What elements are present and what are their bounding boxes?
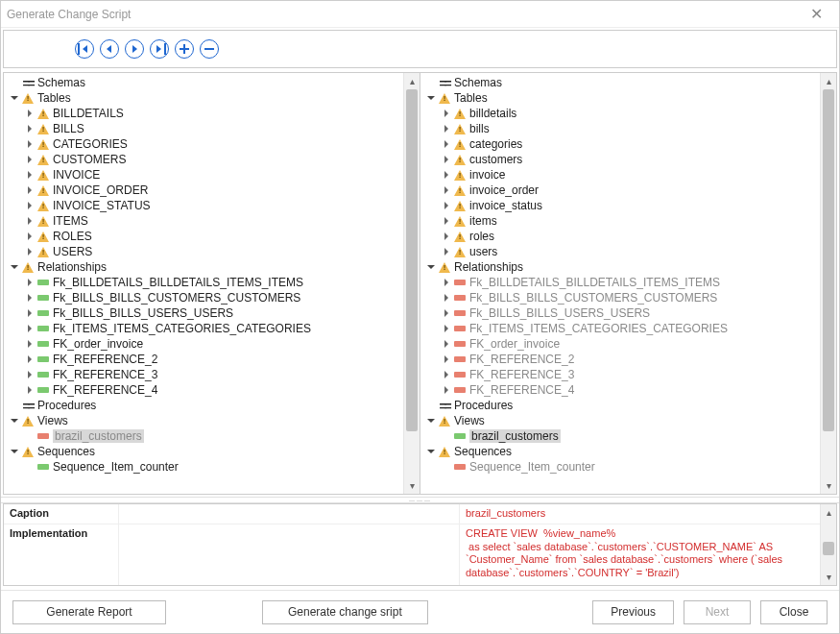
tree-node[interactable]: FK_order_invoice bbox=[420, 336, 820, 352]
chevron-right-icon[interactable] bbox=[23, 383, 36, 397]
chevron-right-icon[interactable] bbox=[440, 276, 453, 289]
tree-node[interactable]: ==Schemas bbox=[420, 75, 820, 90]
chevron-down-icon[interactable] bbox=[424, 445, 438, 458]
left-scrollbar[interactable]: ▴ ▾ bbox=[403, 73, 420, 494]
tree-node[interactable]: invoice bbox=[420, 167, 820, 183]
remove-button[interactable] bbox=[200, 39, 219, 59]
chevron-right-icon[interactable] bbox=[440, 214, 453, 228]
chevron-right-icon[interactable] bbox=[23, 122, 36, 135]
chevron-right-icon[interactable] bbox=[440, 137, 453, 151]
chevron-right-icon[interactable] bbox=[440, 107, 453, 120]
tree-node[interactable]: Fk_BILLDETAILS_BILLDETAILS_ITEMS_ITEMS bbox=[420, 275, 820, 290]
chevron-right-icon[interactable] bbox=[23, 245, 36, 258]
chevron-right-icon[interactable] bbox=[440, 353, 453, 366]
tree-node[interactable]: INVOICE bbox=[4, 167, 403, 183]
tree-node[interactable]: FK_REFERENCE_4 bbox=[420, 382, 820, 398]
tree-node[interactable]: Views bbox=[420, 413, 820, 428]
add-button[interactable] bbox=[175, 39, 194, 59]
chevron-right-icon[interactable] bbox=[23, 214, 36, 228]
close-button[interactable]: Close bbox=[760, 600, 828, 624]
detail-scrollbar[interactable]: ▴ ▾ bbox=[820, 504, 836, 585]
chevron-right-icon[interactable] bbox=[23, 168, 36, 182]
scroll-down-icon[interactable]: ▾ bbox=[404, 477, 420, 494]
chevron-right-icon[interactable] bbox=[23, 322, 36, 335]
chevron-right-icon[interactable] bbox=[23, 137, 36, 151]
splitter-handle[interactable]: ⋯⋯⋯ bbox=[1, 497, 839, 503]
tree-node[interactable]: ITEMS bbox=[4, 213, 403, 229]
tree-node[interactable]: Views bbox=[4, 413, 403, 428]
tree-node[interactable]: BILLDETAILS bbox=[4, 106, 403, 121]
tree-node[interactable]: Tables bbox=[4, 90, 403, 106]
tree-node[interactable]: INVOICE_STATUS bbox=[4, 198, 403, 213]
tree-node[interactable]: ==Procedures bbox=[4, 398, 403, 413]
right-scrollbar[interactable]: ▴ ▾ bbox=[820, 73, 836, 494]
scroll-down-icon[interactable]: ▾ bbox=[821, 569, 836, 585]
tree-node[interactable]: USERS bbox=[4, 244, 403, 259]
chevron-down-icon[interactable] bbox=[8, 91, 21, 105]
tree-node[interactable]: bills bbox=[420, 121, 820, 136]
tree-node[interactable]: Tables bbox=[420, 90, 820, 106]
chevron-right-icon[interactable] bbox=[440, 183, 453, 197]
chevron-down-icon[interactable] bbox=[8, 445, 21, 458]
tree-node[interactable]: BILLS bbox=[4, 121, 403, 136]
tree-node[interactable]: FK_REFERENCE_2 bbox=[420, 352, 820, 367]
tree-node[interactable]: items bbox=[420, 213, 820, 229]
tree-node[interactable]: brazil_customers bbox=[420, 428, 820, 444]
chevron-right-icon[interactable] bbox=[23, 230, 36, 243]
tree-node[interactable]: customers bbox=[420, 152, 820, 167]
chevron-right-icon[interactable] bbox=[23, 153, 36, 166]
right-tree[interactable]: ==SchemasTablesbilldetailsbillscategorie… bbox=[420, 73, 820, 494]
chevron-right-icon[interactable] bbox=[23, 353, 36, 366]
tree-node[interactable]: FK_order_invoice bbox=[4, 336, 403, 352]
tree-node[interactable]: brazil_customers bbox=[4, 428, 403, 444]
tree-node[interactable]: Fk_BILLS_BILLS_USERS_USERS bbox=[4, 305, 403, 321]
chevron-down-icon[interactable] bbox=[8, 260, 21, 274]
chevron-right-icon[interactable] bbox=[440, 337, 453, 351]
chevron-right-icon[interactable] bbox=[23, 183, 36, 197]
chevron-right-icon[interactable] bbox=[23, 368, 36, 381]
tree-node[interactable]: Fk_ITEMS_ITEMS_CATEGORIES_CATEGORIES bbox=[420, 321, 820, 336]
first-button[interactable] bbox=[75, 39, 94, 59]
tree-node[interactable]: Sequence_Item_counter bbox=[420, 459, 820, 475]
chevron-down-icon[interactable] bbox=[8, 414, 21, 427]
chevron-down-icon[interactable] bbox=[424, 260, 438, 274]
tree-node[interactable]: invoice_order bbox=[420, 183, 820, 198]
tree-node[interactable]: CUSTOMERS bbox=[4, 152, 403, 167]
chevron-right-icon[interactable] bbox=[440, 383, 453, 397]
previous-button[interactable] bbox=[100, 39, 119, 59]
generate-report-button[interactable]: Generate Report bbox=[12, 600, 166, 624]
previous-button-footer[interactable]: Previous bbox=[592, 600, 674, 624]
scroll-up-icon[interactable]: ▴ bbox=[821, 73, 836, 89]
tree-node[interactable]: Fk_BILLS_BILLS_USERS_USERS bbox=[420, 305, 820, 321]
generate-change-script-button[interactable]: Generate change sript bbox=[262, 600, 428, 624]
chevron-right-icon[interactable] bbox=[440, 199, 453, 212]
chevron-right-icon[interactable] bbox=[440, 368, 453, 381]
tree-node[interactable]: CATEGORIES bbox=[4, 136, 403, 152]
tree-node[interactable]: Sequences bbox=[420, 444, 820, 459]
chevron-right-icon[interactable] bbox=[23, 107, 36, 120]
scroll-down-icon[interactable]: ▾ bbox=[821, 477, 836, 494]
tree-node[interactable]: billdetails bbox=[420, 106, 820, 121]
chevron-right-icon[interactable] bbox=[440, 306, 453, 320]
tree-node[interactable]: FK_REFERENCE_2 bbox=[4, 352, 403, 367]
chevron-right-icon[interactable] bbox=[440, 322, 453, 335]
chevron-right-icon[interactable] bbox=[23, 199, 36, 212]
chevron-down-icon[interactable] bbox=[424, 414, 438, 427]
next-button-footer[interactable]: Next bbox=[684, 600, 751, 624]
tree-node[interactable]: Fk_BILLDETAILS_BILLDETAILS_ITEMS_ITEMS bbox=[4, 275, 403, 290]
scroll-up-icon[interactable]: ▴ bbox=[821, 504, 836, 521]
tree-node[interactable]: Sequence_Item_counter bbox=[4, 459, 403, 475]
next-button[interactable] bbox=[125, 39, 144, 59]
chevron-right-icon[interactable] bbox=[440, 153, 453, 166]
left-tree[interactable]: ==SchemasTablesBILLDETAILSBILLSCATEGORIE… bbox=[4, 73, 403, 494]
chevron-right-icon[interactable] bbox=[23, 276, 36, 289]
tree-node[interactable]: users bbox=[420, 244, 820, 259]
tree-node[interactable]: FK_REFERENCE_4 bbox=[4, 382, 403, 398]
chevron-right-icon[interactable] bbox=[440, 168, 453, 182]
tree-node[interactable]: ==Procedures bbox=[420, 398, 820, 413]
tree-node[interactable]: Fk_BILLS_BILLS_CUSTOMERS_CUSTOMERS bbox=[4, 290, 403, 305]
chevron-right-icon[interactable] bbox=[23, 306, 36, 320]
chevron-right-icon[interactable] bbox=[440, 230, 453, 243]
chevron-right-icon[interactable] bbox=[440, 122, 453, 135]
tree-node[interactable]: FK_REFERENCE_3 bbox=[420, 367, 820, 382]
